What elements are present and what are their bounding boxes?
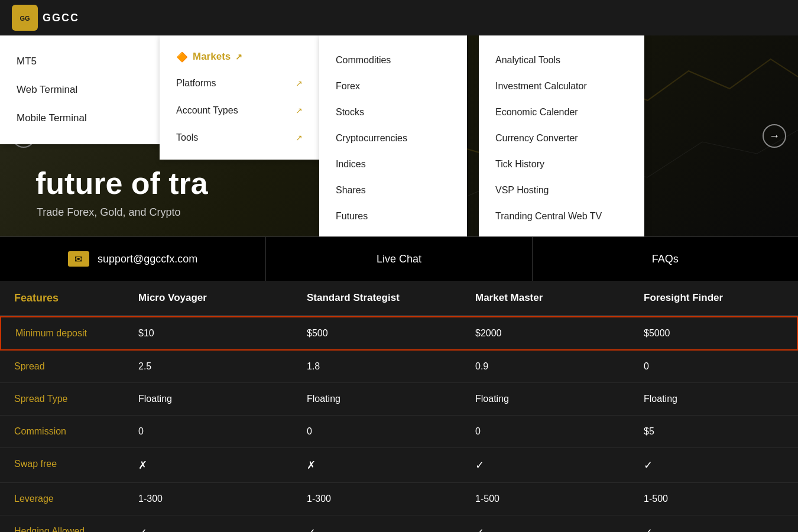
tool-economic-calendar[interactable]: Economic Calender bbox=[479, 99, 644, 125]
value-swap-standard: ✗ bbox=[293, 448, 461, 483]
value-commission-micro: 0 bbox=[124, 416, 293, 448]
value-deposit-standard: $500 bbox=[293, 316, 461, 351]
platforms-mt5[interactable]: MT5 bbox=[0, 47, 160, 76]
live-chat-label: Live Chat bbox=[377, 253, 421, 265]
check-icon: ✓ bbox=[475, 527, 484, 532]
value-spread-type-micro: Floating bbox=[124, 383, 293, 416]
nav-tools[interactable]: Tools ↗ bbox=[160, 124, 319, 151]
value-hedging-foresight: ✓ bbox=[630, 515, 798, 532]
value-hedging-market: ✓ bbox=[461, 515, 630, 532]
nav-platforms[interactable]: Platforms ↗ bbox=[160, 70, 319, 97]
value-spread-type-standard: Floating bbox=[293, 383, 461, 416]
header: GG GGCC bbox=[0, 0, 798, 35]
value-leverage-foresight: 1-500 bbox=[630, 483, 798, 515]
market-forex[interactable]: Forex bbox=[319, 73, 467, 99]
value-commission-foresight: $5 bbox=[630, 416, 798, 448]
faqs-button[interactable]: FAQs bbox=[533, 237, 798, 281]
value-commission-standard: 0 bbox=[293, 416, 461, 448]
table-header-standard: Standard Strategist bbox=[293, 281, 461, 316]
cross-icon: ✗ bbox=[138, 459, 147, 471]
value-spread-micro: 2.5 bbox=[124, 351, 293, 383]
feature-minimum-deposit: Minimum deposit bbox=[0, 316, 124, 351]
market-shares[interactable]: Shares bbox=[319, 177, 467, 203]
faqs-label: FAQs bbox=[652, 253, 679, 265]
logo-text: GGCC bbox=[43, 12, 79, 24]
value-swap-market: ✓ bbox=[461, 448, 630, 483]
tool-investment-calculator[interactable]: Investment Calculator bbox=[479, 73, 644, 99]
nav-platforms-label: Platforms bbox=[176, 78, 216, 89]
live-chat-button[interactable]: Live Chat bbox=[266, 237, 532, 281]
hero-heading: future of tra bbox=[35, 166, 208, 201]
value-commission-market: 0 bbox=[461, 416, 630, 448]
tool-vsp-hosting[interactable]: VSP Hosting bbox=[479, 177, 644, 203]
value-deposit-micro: $10 bbox=[124, 316, 293, 351]
contact-bar: ✉ support@ggccfx.com Live Chat FAQs bbox=[0, 236, 798, 281]
markets-submenu: Commodities Forex Stocks Cryptocurrencie… bbox=[319, 35, 467, 236]
value-spread-type-foresight: Floating bbox=[630, 383, 798, 416]
hero-section: future of tra Trade Forex, Gold, and Cry… bbox=[0, 35, 798, 236]
feature-spread: Spread bbox=[0, 351, 124, 383]
feature-spread-type: Spread Type bbox=[0, 383, 124, 416]
tools-arrow-icon: ↗ bbox=[296, 133, 303, 142]
table-header-features: Features bbox=[0, 281, 124, 316]
value-leverage-standard: 1-300 bbox=[293, 483, 461, 515]
markets-arrow-icon: ↗ bbox=[235, 52, 242, 61]
check-icon: ✓ bbox=[644, 459, 653, 471]
email-address: support@ggccfx.com bbox=[98, 253, 197, 265]
cross-icon: ✗ bbox=[307, 459, 316, 471]
market-stocks[interactable]: Stocks bbox=[319, 99, 467, 125]
market-futures[interactable]: Futures bbox=[319, 203, 467, 229]
nav-markets-active[interactable]: 🔶 Markets ↗ bbox=[160, 44, 319, 70]
main-nav-menu: 🔶 Markets ↗ Platforms ↗ Account Types ↗ … bbox=[160, 35, 319, 160]
tool-tick-history[interactable]: Tick History bbox=[479, 151, 644, 177]
value-leverage-micro: 1-300 bbox=[124, 483, 293, 515]
nav-account-types[interactable]: Account Types ↗ bbox=[160, 97, 319, 124]
svg-text:GG: GG bbox=[20, 15, 30, 22]
check-icon: ✓ bbox=[138, 527, 147, 532]
flame-icon: 🔶 bbox=[176, 51, 188, 63]
feature-swap-free: Swap free bbox=[0, 448, 124, 483]
check-icon: ✓ bbox=[644, 527, 653, 532]
value-spread-standard: 1.8 bbox=[293, 351, 461, 383]
nav-tools-label: Tools bbox=[176, 132, 198, 143]
tools-submenu: Analytical Tools Investment Calculator E… bbox=[479, 35, 644, 236]
value-leverage-market: 1-500 bbox=[461, 483, 630, 515]
email-icon: ✉ bbox=[68, 251, 89, 267]
platforms-submenu: MT5 Web Terminal Mobile Terminal bbox=[0, 35, 160, 144]
account-types-arrow-icon: ↗ bbox=[296, 106, 303, 115]
platforms-web-terminal[interactable]: Web Terminal bbox=[0, 76, 160, 104]
feature-commission: Commission bbox=[0, 416, 124, 448]
hero-subtext: Trade Forex, Gold, and Crypto bbox=[37, 206, 180, 219]
value-spread-market: 0.9 bbox=[461, 351, 630, 383]
features-table: Features Micro Voyager Standard Strategi… bbox=[0, 281, 798, 532]
value-swap-foresight: ✓ bbox=[630, 448, 798, 483]
platforms-arrow-icon: ↗ bbox=[296, 79, 303, 88]
market-indices[interactable]: Indices bbox=[319, 151, 467, 177]
value-spread-type-market: Floating bbox=[461, 383, 630, 416]
table-header-market: Market Master bbox=[461, 281, 630, 316]
tool-trading-central[interactable]: Tranding Central Web TV bbox=[479, 203, 644, 229]
tool-analytical[interactable]: Analytical Tools bbox=[479, 47, 644, 73]
platforms-mobile-terminal[interactable]: Mobile Terminal bbox=[0, 104, 160, 132]
value-hedging-standard: ✓ bbox=[293, 515, 461, 532]
nav-account-types-label: Account Types bbox=[176, 105, 238, 116]
hero-next-button[interactable]: → bbox=[763, 124, 786, 148]
market-cryptocurrencies[interactable]: Cryptocurrencies bbox=[319, 125, 467, 151]
email-contact[interactable]: ✉ support@ggccfx.com bbox=[0, 237, 266, 281]
value-deposit-market: $2000 bbox=[461, 316, 630, 351]
value-deposit-foresight: $5000 bbox=[630, 316, 798, 351]
value-hedging-micro: ✓ bbox=[124, 515, 293, 532]
feature-hedging: Hedging Allowed bbox=[0, 515, 124, 532]
check-icon: ✓ bbox=[475, 459, 484, 471]
nav-markets-label: Markets bbox=[193, 51, 231, 63]
market-commodities[interactable]: Commodities bbox=[319, 47, 467, 73]
table-header-foresight: Foresight Finder bbox=[630, 281, 798, 316]
feature-leverage: Leverage bbox=[0, 483, 124, 515]
logo-icon: GG bbox=[12, 5, 38, 31]
value-swap-micro: ✗ bbox=[124, 448, 293, 483]
value-spread-foresight: 0 bbox=[630, 351, 798, 383]
check-icon: ✓ bbox=[307, 527, 316, 532]
tool-currency-converter[interactable]: Currency Converter bbox=[479, 125, 644, 151]
logo[interactable]: GG GGCC bbox=[12, 5, 79, 31]
table-header-micro: Micro Voyager bbox=[124, 281, 293, 316]
